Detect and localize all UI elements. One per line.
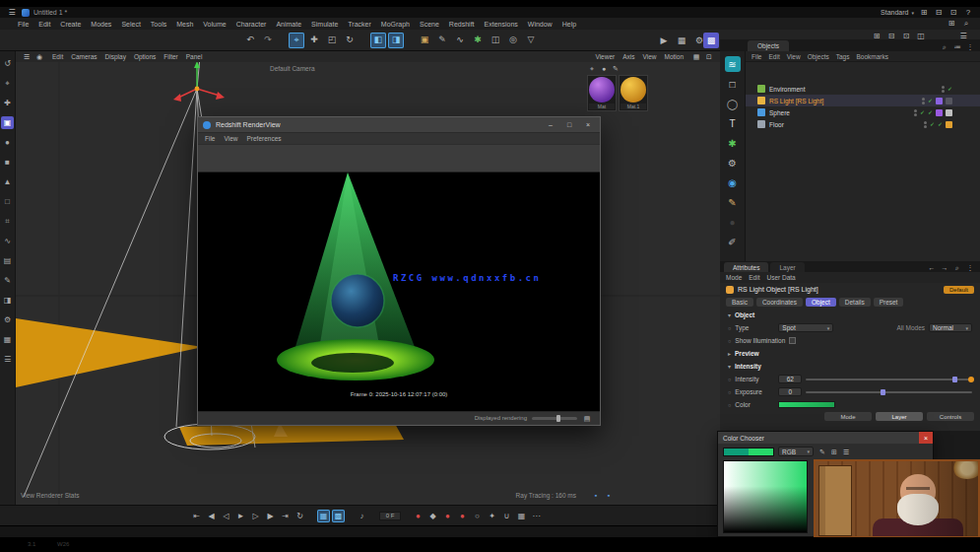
enabled-check-icon[interactable]	[930, 121, 935, 127]
render-picture-viewer-button[interactable]: ▦	[674, 33, 689, 48]
exposure-value-field[interactable]: 0	[778, 387, 802, 396]
sculpt-icon[interactable]: ✎	[1, 274, 14, 287]
renderview-menu-file[interactable]: File	[205, 135, 215, 142]
collapse-caret-icon[interactable]	[728, 363, 731, 370]
current-frame-field[interactable]: 0 F	[379, 512, 401, 520]
prev-frame-icon[interactable]: ◁	[220, 510, 232, 522]
render-view-button[interactable]: ▶	[656, 33, 672, 48]
object-row[interactable]: Sphere	[746, 106, 980, 118]
saturation-value-picker[interactable]	[723, 460, 808, 533]
search-icon[interactable]: ⌕	[940, 41, 949, 51]
toolbar-menu-icon[interactable]: ☰	[957, 31, 969, 42]
volume-icon[interactable]: ◫	[488, 33, 503, 48]
attr-tab-object[interactable]: Object	[806, 298, 836, 307]
rotate-tool-icon[interactable]: ↻	[342, 33, 358, 48]
record-parameter-icon[interactable]: ○	[471, 510, 484, 522]
menu-select[interactable]: Select	[121, 21, 140, 28]
workplane-mode-icon[interactable]: ▣	[1, 116, 14, 129]
capture-icon[interactable]: ◫	[915, 31, 927, 42]
tag-icon[interactable]	[936, 109, 943, 116]
view-layout-icon[interactable]: ⊡	[900, 31, 912, 42]
visibility-dot-render[interactable]	[914, 113, 917, 116]
vp-grid-icon[interactable]: ▦	[691, 52, 701, 62]
keyframe-selection-icon[interactable]: ◆	[426, 510, 439, 522]
attributes-menu-user-data[interactable]: User Data	[766, 274, 795, 281]
polygons-mode-icon[interactable]: ▲	[1, 175, 14, 188]
visibility-dot-render[interactable]	[922, 102, 925, 104]
more-tools-icon[interactable]: ☰	[1, 353, 14, 366]
renderview-titlebar[interactable]: Redshift RenderView –□×	[198, 117, 600, 132]
vp-camera-icon[interactable]: ◉	[34, 52, 44, 62]
preview-zoom-slider[interactable]	[532, 417, 577, 420]
coord-system-icon[interactable]: ◧	[370, 33, 386, 48]
enabled-check-icon[interactable]	[920, 109, 925, 115]
layout-manager-icon[interactable]: ▩	[703, 33, 719, 48]
exposure-slider[interactable]	[806, 391, 972, 393]
material-swatch[interactable]: Mat	[587, 75, 617, 111]
light-color-swatch[interactable]	[778, 401, 835, 408]
redo-icon[interactable]: ↷	[260, 33, 276, 48]
object-row[interactable]: Floor	[746, 118, 980, 130]
attributes-menu-edit[interactable]: Edit	[749, 274, 759, 281]
axis-mode-icon[interactable]: ⌗	[1, 215, 14, 228]
viewport-menu-viewer[interactable]: Viewer	[595, 53, 615, 60]
magnet-icon[interactable]: ∪	[500, 510, 513, 522]
mograph-icon[interactable]: ✱	[470, 33, 486, 48]
loop-icon[interactable]: ↻	[294, 510, 306, 522]
autokey-range-icon[interactable]: ▩	[332, 510, 345, 522]
layout-strip-icon[interactable]: ≋	[725, 56, 741, 72]
attr-tab-preset[interactable]: Preset	[874, 298, 904, 307]
preset-button[interactable]: Default	[944, 286, 974, 294]
enabled-check-icon[interactable]	[938, 121, 943, 127]
exposure-slider-knob[interactable]	[881, 389, 885, 395]
swatches-icon[interactable]: ⊞	[829, 447, 839, 456]
material-select-icon[interactable]: ⌖	[587, 63, 597, 73]
layout-full-icon[interactable]: ⊡	[947, 7, 959, 19]
menu-redshift[interactable]: Redshift	[449, 21, 475, 28]
attr-tab-coordinates[interactable]: Coordinates	[756, 298, 803, 307]
filter-icon[interactable]: ≔	[952, 41, 962, 51]
points-mode-icon[interactable]: ●	[1, 136, 14, 149]
vp-stat-icon-b[interactable]: ▪	[604, 490, 614, 500]
eyedropper-icon[interactable]: ✎	[817, 447, 827, 456]
tab-objects[interactable]: Objects	[748, 40, 789, 51]
mograph-strip-icon[interactable]: ✱	[725, 135, 741, 151]
viewport-menu-filter[interactable]: Filter	[163, 53, 177, 60]
pen-strip-icon[interactable]: ✎	[725, 194, 741, 210]
expand-caret-icon[interactable]	[728, 350, 731, 357]
menu-mograph[interactable]: MoGraph	[381, 21, 410, 28]
maximize-button[interactable]: □	[564, 121, 574, 128]
menu-window[interactable]: Window	[528, 21, 553, 28]
menu-tools[interactable]: Tools	[151, 21, 166, 28]
enabled-check-icon[interactable]	[928, 109, 933, 115]
text-strip-icon[interactable]: T	[725, 115, 741, 131]
objects-menu-edit[interactable]: Edit	[768, 53, 779, 60]
settings-icon[interactable]: ⚙	[1, 313, 14, 326]
tag-icon[interactable]	[936, 98, 943, 104]
material-edit-icon[interactable]: ✎	[611, 63, 621, 73]
record-position-icon[interactable]: ●	[441, 510, 454, 522]
forward-arrow-icon[interactable]: →	[940, 262, 949, 272]
menu-file[interactable]: File	[18, 21, 29, 28]
live-selection-icon[interactable]: ⌖	[289, 33, 304, 48]
tab-layer[interactable]: Layer	[770, 262, 804, 272]
viewport-menu-motion[interactable]: Motion	[664, 53, 684, 60]
attr-button-mode[interactable]: Mode	[824, 412, 872, 421]
sliders-icon[interactable]: ☰	[841, 447, 851, 456]
panel-menu-icon[interactable]: ⋮	[965, 262, 975, 272]
menu-create[interactable]: Create	[60, 21, 81, 28]
material-sphere-icon[interactable]: ●	[599, 63, 609, 73]
play-button-icon[interactable]: ►	[234, 510, 247, 522]
viewport-menu-edit[interactable]: Edit	[52, 53, 63, 60]
light-type-dropdown[interactable]: Spot	[778, 323, 833, 332]
texture-mode-icon[interactable]: ✚	[1, 97, 14, 109]
close-icon[interactable]: ×	[919, 432, 933, 444]
snap-icon[interactable]: ▦	[515, 510, 528, 522]
goto-end-icon[interactable]: ⇥	[279, 510, 292, 522]
tab-attributes[interactable]: Attributes	[724, 262, 768, 272]
model-mode-icon[interactable]: ⌖	[1, 77, 14, 90]
prev-key-icon[interactable]: ◀	[205, 510, 218, 522]
mode-dropdown[interactable]: Normal	[929, 323, 972, 332]
app-menu-burger-icon[interactable]: ☰	[6, 7, 18, 19]
workplane-icon[interactable]: ◨	[388, 33, 404, 48]
